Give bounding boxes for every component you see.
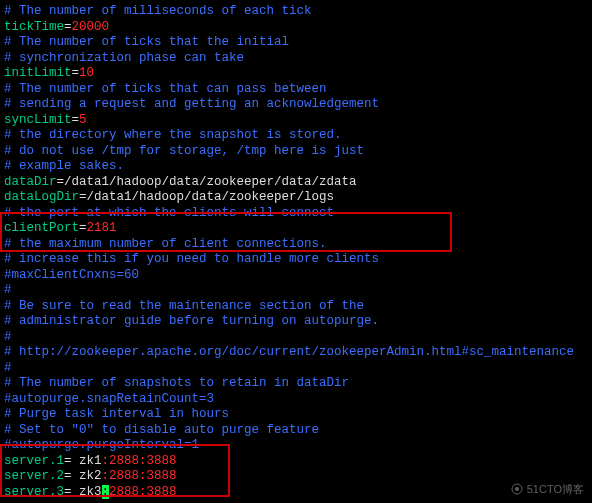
config-line: # The number of milliseconds of each tic… [4,4,588,20]
config-line: #maxClientCnxns=60 [4,268,588,284]
config-file-content: # The number of milliseconds of each tic… [4,4,588,500]
config-line: #autopurge.snapRetainCount=3 [4,392,588,408]
config-line: # the directory where the snapshot is st… [4,128,588,144]
config-line: # do not use /tmp for storage, /tmp here… [4,144,588,160]
config-line: # The number of ticks that the initial [4,35,588,51]
config-line: # Set to "0" to disable auto purge featu… [4,423,588,439]
config-line: # http://zookeeper.apache.org/doc/curren… [4,345,588,361]
svg-point-1 [515,487,519,491]
config-line: # [4,330,588,346]
config-line: # The number of snapshots to retain in d… [4,376,588,392]
config-line: dataDir=/data1/hadoop/data/zookeeper/dat… [4,175,588,191]
watermark-icon [511,483,523,495]
highlight-box-servers [0,444,230,497]
config-line: # synchronization phase can take [4,51,588,67]
config-line: # example sakes. [4,159,588,175]
highlight-box-datadir [0,212,452,252]
config-line: # The number of ticks that can pass betw… [4,82,588,98]
config-line: # Be sure to read the maintenance sectio… [4,299,588,315]
config-line: dataLogDir=/data1/hadoop/data/zookeeper/… [4,190,588,206]
config-line: # [4,361,588,377]
config-line: # sending a request and getting an ackno… [4,97,588,113]
config-line: initLimit=10 [4,66,588,82]
watermark: 51CTO博客 [511,482,584,498]
config-line: # Purge task interval in hours [4,407,588,423]
config-line: # administrator guide before turning on … [4,314,588,330]
config-line: syncLimit=5 [4,113,588,129]
config-line: # [4,283,588,299]
config-line: tickTime=20000 [4,20,588,36]
config-line: # increase this if you need to handle mo… [4,252,588,268]
